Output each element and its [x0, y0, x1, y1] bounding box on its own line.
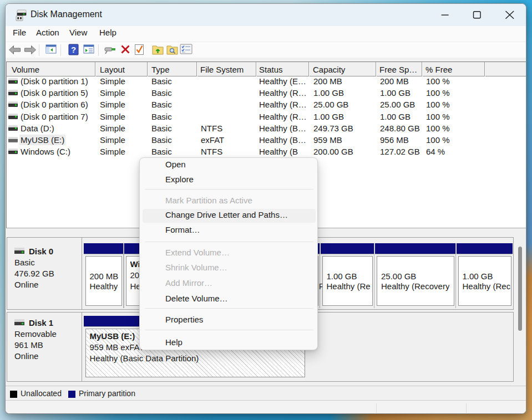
svg-text:?: ?	[71, 45, 76, 54]
